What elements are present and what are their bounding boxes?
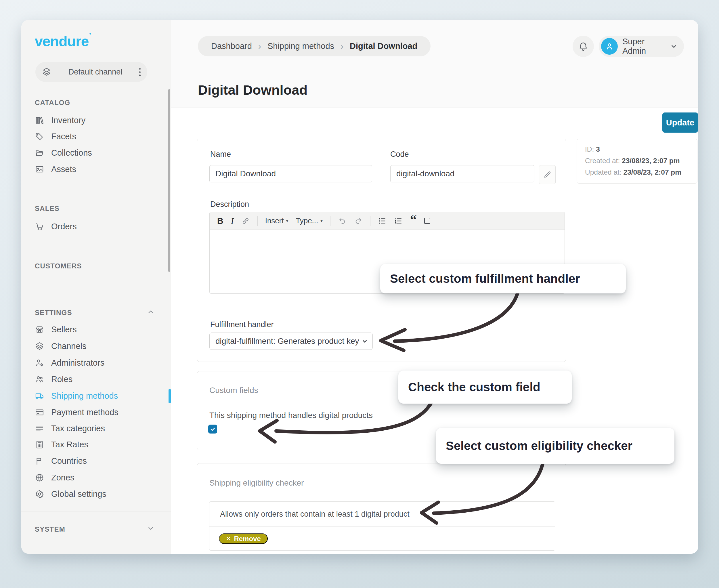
- edit-code-button[interactable]: [539, 165, 556, 184]
- update-button[interactable]: Update: [662, 112, 698, 133]
- channel-label: Default channel: [51, 68, 139, 77]
- callout-eligibility-checker: Select custom eligibility checker: [436, 428, 674, 464]
- sidebar-item-label: Collections: [51, 148, 92, 158]
- sidebar-item-inventory[interactable]: Inventory: [35, 113, 161, 127]
- vendure-logo: vendure•: [35, 33, 90, 50]
- chevron-down-icon[interactable]: [147, 525, 154, 532]
- breadcrumb-shipping-methods[interactable]: Shipping methods: [268, 41, 334, 51]
- user-menu[interactable]: Super Admin: [599, 36, 684, 57]
- bold-button[interactable]: B: [217, 216, 224, 226]
- ordered-list-icon[interactable]: [394, 217, 403, 225]
- section-header-sales: SALES: [35, 205, 60, 213]
- id-row: ID: 3: [585, 145, 600, 153]
- sidebar-item-label: Global settings: [51, 489, 106, 499]
- remove-checker-button[interactable]: ✕ Remove: [219, 533, 268, 544]
- sidebar-scrollbar[interactable]: [168, 89, 170, 272]
- sidebar-item-channels[interactable]: Channels: [35, 339, 161, 353]
- notifications-button[interactable]: [573, 36, 594, 57]
- link-icon[interactable]: [241, 217, 250, 225]
- redo-icon[interactable]: [354, 217, 363, 225]
- sidebar-item-tax-rates[interactable]: Tax Rates: [35, 438, 161, 451]
- description-label: Description: [210, 200, 249, 209]
- breadcrumb-current: Digital Download: [350, 41, 417, 51]
- code-block-icon[interactable]: [424, 218, 430, 224]
- sidebar-item-collections[interactable]: Collections: [35, 146, 161, 160]
- sidebar: vendure• Default channel CATALOG Invento…: [21, 20, 171, 554]
- sidebar-item-label: Tax categories: [51, 424, 105, 433]
- bullet-list-icon[interactable]: [378, 217, 386, 225]
- insert-dropdown[interactable]: Insert▾: [265, 216, 289, 225]
- sidebar-item-zones[interactable]: Zones: [35, 470, 161, 484]
- blockquote-icon[interactable]: “: [410, 217, 417, 225]
- digital-products-checkbox[interactable]: [208, 425, 217, 434]
- sidebar-item-label: Administrators: [51, 358, 104, 368]
- tag-icon: [35, 132, 44, 141]
- editor-toolbar: B I Insert▾ Type...▾ “: [210, 212, 565, 230]
- sidebar-item-label: Payment methods: [51, 407, 119, 417]
- custom-fields-title: Custom fields: [209, 386, 258, 395]
- sidebar-item-sellers[interactable]: Sellers: [35, 322, 161, 336]
- sidebar-item-label: Roles: [51, 375, 72, 384]
- sidebar-separator: [21, 511, 171, 512]
- code-input[interactable]: [390, 165, 534, 182]
- type-dropdown[interactable]: Type...▾: [296, 216, 323, 225]
- layers-icon: [35, 341, 44, 351]
- created-at-row: Created at: 23/08/23, 2:07 pm: [585, 157, 680, 165]
- sidebar-item-assets[interactable]: Assets: [35, 162, 161, 176]
- breadcrumb: Dashboard › Shipping methods › Digital D…: [198, 36, 430, 56]
- sidebar-item-label: Assets: [51, 165, 76, 174]
- section-header-catalog: CATALOG: [35, 99, 70, 107]
- layers-icon: [42, 67, 51, 77]
- user-icon: [605, 41, 614, 51]
- code-label: Code: [390, 150, 409, 159]
- undo-icon[interactable]: [338, 217, 346, 225]
- users-icon: [35, 375, 44, 384]
- sidebar-item-payment-methods[interactable]: Payment methods: [35, 405, 161, 419]
- sidebar-item-tax-categories[interactable]: Tax categories: [35, 421, 161, 435]
- sidebar-item-countries[interactable]: Countries: [35, 454, 161, 468]
- kebab-menu-icon[interactable]: [139, 68, 141, 76]
- breadcrumb-dashboard[interactable]: Dashboard: [211, 41, 252, 51]
- toolbar-divider: [257, 216, 258, 226]
- shipping-method-form-card: Name Code Description B I Insert▾ Type..…: [197, 139, 566, 362]
- chevron-down-icon: [670, 43, 678, 50]
- sidebar-item-label: Zones: [51, 473, 75, 482]
- sidebar-item-facets[interactable]: Facets: [35, 129, 161, 143]
- pencil-icon: [543, 170, 552, 179]
- calculator-icon: [35, 440, 44, 449]
- books-icon: [35, 115, 44, 125]
- channel-selector[interactable]: Default channel: [35, 62, 147, 82]
- page: { "sidebar": { "logo": "vendure", "chann…: [0, 0, 719, 588]
- toolbar-divider: [330, 216, 331, 226]
- flag-icon: [35, 456, 44, 466]
- section-header-customers: CUSTOMERS: [35, 262, 82, 270]
- breadcrumb-separator: ›: [258, 41, 261, 51]
- user-gear-icon: [35, 358, 44, 368]
- sidebar-item-label: Sellers: [51, 325, 77, 334]
- sidebar-item-global-settings[interactable]: Global settings: [35, 487, 161, 501]
- breadcrumb-separator: ›: [340, 41, 343, 51]
- bell-icon: [578, 41, 588, 51]
- sidebar-item-roles[interactable]: Roles: [35, 372, 161, 386]
- digital-products-field-label: This shipping method handles digital pro…: [209, 411, 373, 420]
- folder-icon: [35, 148, 44, 158]
- sidebar-item-orders[interactable]: Orders: [35, 219, 161, 233]
- checker-description: Allows only orders that contain at least…: [220, 502, 409, 526]
- fulfillment-handler-label: Fulfillment handler: [210, 320, 274, 329]
- sidebar-item-administrators[interactable]: Administrators: [35, 356, 161, 370]
- italic-button[interactable]: I: [231, 216, 234, 226]
- sidebar-item-shipping-methods[interactable]: Shipping methods: [35, 389, 161, 403]
- store-icon: [35, 325, 44, 334]
- image-icon: [35, 165, 44, 174]
- chevron-up-icon[interactable]: [147, 308, 154, 316]
- active-item-indicator: [169, 389, 171, 403]
- globe-icon: [35, 473, 44, 482]
- fulfillment-handler-select[interactable]: digital-fulfillment: Generates product k…: [209, 333, 373, 350]
- sidebar-item-label: Facets: [51, 132, 76, 141]
- chevron-down-icon: [361, 337, 368, 345]
- eligibility-checker-card: Shipping eligibility checker Allows only…: [197, 463, 566, 554]
- gear-icon: [35, 489, 44, 499]
- name-input[interactable]: [209, 165, 372, 182]
- list-lines-icon: [35, 424, 44, 433]
- section-header-system: SYSTEM: [35, 525, 65, 533]
